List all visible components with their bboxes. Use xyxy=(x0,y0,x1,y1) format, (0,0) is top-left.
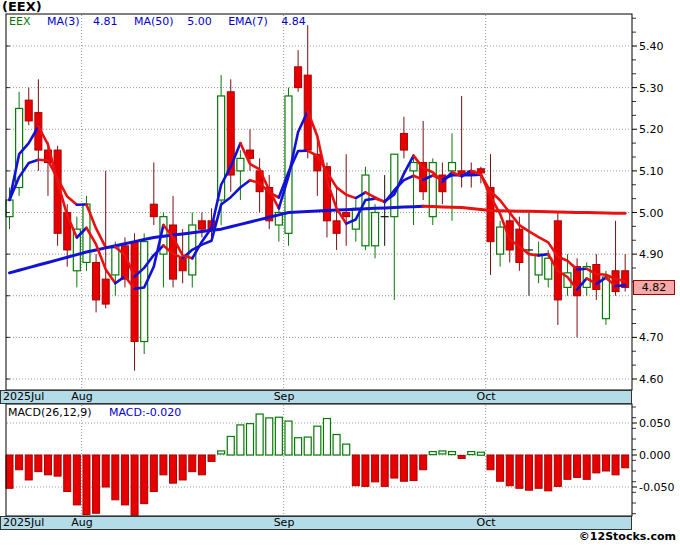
last-price-badge: 4.82 xyxy=(633,280,675,295)
macd-month-label-aug: Aug xyxy=(71,517,92,529)
macd-current-value: MACD:-0.020 xyxy=(109,406,181,419)
svg-text:5.30: 5.30 xyxy=(639,82,664,95)
svg-text:0.000: 0.000 xyxy=(639,449,671,462)
price-legend: EEX MA(3) 4.81 MA(50) 5.00 EMA(7) 4.84 xyxy=(9,15,306,28)
ema7-value: 4.84 xyxy=(281,15,306,28)
svg-text:5.40: 5.40 xyxy=(639,40,664,53)
page-title: (EEX) xyxy=(2,0,42,14)
macd-legend: MACD(26,12,9) MACD:-0.020 xyxy=(8,406,181,419)
macd-month-label-sep: Sep xyxy=(274,517,295,529)
ema7-label: EMA(7) xyxy=(228,15,268,28)
ma50-label: MA(50) xyxy=(134,15,174,28)
macd-params-label: MACD(26,12,9) xyxy=(8,406,92,419)
macd-xaxis-bar: 2025Jul Aug Sep Oct xyxy=(0,516,632,530)
ma3-value: 4.81 xyxy=(93,15,118,28)
svg-text:-0.050: -0.050 xyxy=(639,481,674,494)
copyright-credit: ©12Stocks.com xyxy=(0,530,676,543)
macd-month-label-jul: 2025Jul xyxy=(3,517,44,529)
svg-text:5.20: 5.20 xyxy=(639,123,664,136)
month-label-aug: Aug xyxy=(71,391,92,403)
stock-chart-page: 5.405.305.205.105.004.904.704.600.0500.0… xyxy=(0,0,680,546)
ticker-symbol: EEX xyxy=(9,15,30,28)
chart-canvas: 5.405.305.205.105.004.904.704.600.0500.0… xyxy=(0,0,680,546)
svg-text:5.00: 5.00 xyxy=(639,207,664,220)
month-label-sep: Sep xyxy=(274,391,295,403)
svg-text:5.10: 5.10 xyxy=(639,165,664,178)
month-label-jul: 2025Jul xyxy=(3,391,44,403)
ma50-value: 5.00 xyxy=(187,15,212,28)
ma3-label: MA(3) xyxy=(47,15,80,28)
svg-text:4.60: 4.60 xyxy=(639,373,664,386)
svg-text:4.90: 4.90 xyxy=(639,248,664,261)
macd-month-label-oct: Oct xyxy=(476,517,495,529)
svg-text:0.050: 0.050 xyxy=(639,417,671,430)
svg-text:4.70: 4.70 xyxy=(639,331,664,344)
month-label-oct: Oct xyxy=(476,391,495,403)
price-xaxis-bar: 2025Jul Aug Sep Oct xyxy=(0,390,632,404)
